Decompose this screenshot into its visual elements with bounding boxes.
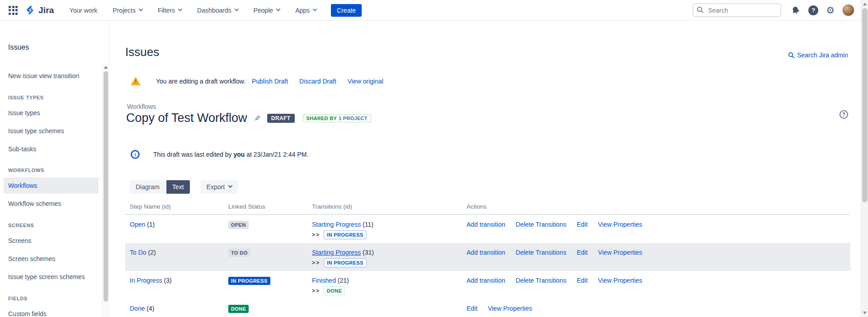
add-transition-link[interactable]: Add transition <box>467 221 505 239</box>
delete-transitions-link[interactable]: Delete Transitions <box>516 221 566 239</box>
table-row-open: Open (1) OPEN Starting Progress (11) >> … <box>125 215 850 243</box>
nav-apps[interactable]: Apps <box>295 7 316 14</box>
publish-draft-link[interactable]: Publish Draft <box>252 78 288 85</box>
view-properties-link[interactable]: View Properties <box>598 221 642 239</box>
sidebar-item-workflow-schemes[interactable]: Workflow schemes <box>4 196 99 212</box>
step-cell: Done (4) <box>125 299 224 317</box>
jira-logo[interactable]: Jira <box>24 5 54 16</box>
edit-link[interactable]: Edit <box>577 221 588 239</box>
edit-link[interactable]: Edit <box>467 305 477 315</box>
transition-link[interactable]: Starting Progress <box>312 221 361 228</box>
discard-draft-link[interactable]: Discard Draft <box>299 78 336 85</box>
edit-link[interactable]: Edit <box>577 277 588 295</box>
last-edited-timestamp: 23/Jan/21 2:44 PM. <box>254 151 308 158</box>
add-transition-link[interactable]: Add transition <box>467 249 505 267</box>
nav-projects[interactable]: Projects <box>113 7 142 14</box>
chevron-down-icon <box>228 183 233 188</box>
sidebar-item-sub-tasks[interactable]: Sub-tasks <box>4 141 99 157</box>
view-original-link[interactable]: View original <box>348 78 383 85</box>
navbar-right: ? ⚙ <box>693 3 854 17</box>
transitions-cell: Finished (21) >> DONE <box>307 271 462 299</box>
create-button[interactable]: Create <box>331 4 362 17</box>
tab-diagram[interactable]: Diagram <box>130 180 165 194</box>
delete-transitions-link[interactable]: Delete Transitions <box>516 249 566 267</box>
transition-arrow: >> <box>312 232 320 238</box>
col-actions: Actions <box>462 203 850 210</box>
search-icon <box>788 52 795 59</box>
delete-transitions-link[interactable]: Delete Transitions <box>516 277 566 295</box>
view-mode-tabs: Diagram Text Export <box>130 180 238 194</box>
search-icon <box>697 6 704 14</box>
transition-link[interactable]: Starting Progress <box>312 249 361 256</box>
table-row-in-progress: In Progress (3) IN PROGRESS Finished (21… <box>125 271 850 299</box>
sidebar-item-new-issue-view-transition[interactable]: New issue view transition <box>4 68 99 84</box>
sidebar-item-screens[interactable]: Screens <box>4 233 99 249</box>
export-button[interactable]: Export <box>201 180 238 194</box>
transitions-cell: Starting Progress (11) >> IN PROGRESS <box>307 215 462 243</box>
workflow-title: Copy of Test Workflow <box>126 111 247 125</box>
target-status-lozenge: IN PROGRESS <box>324 230 367 239</box>
sidebar-item-issue-type-screen-schemes[interactable]: Issue type screen schemes <box>4 269 99 285</box>
chevron-down-icon <box>313 7 317 11</box>
draft-warning-text: You are editing a draft workflow. <box>156 78 245 85</box>
view-properties-link[interactable]: View Properties <box>598 249 642 267</box>
workflow-steps-table: Step Name (id) Linked Status Transitions… <box>125 203 850 317</box>
chevron-down-icon <box>178 7 183 11</box>
step-link[interactable]: To Do <box>130 249 146 256</box>
admin-sidebar: Issues New issue view transition ISSUE T… <box>0 21 109 317</box>
add-transition-link[interactable]: Add transition <box>467 277 505 295</box>
transition-link[interactable]: Finished <box>312 277 336 284</box>
sidebar-scrollbar[interactable] <box>102 63 108 317</box>
window-scrollbar[interactable] <box>861 0 868 317</box>
search-jira-admin-link[interactable]: Search Jira admin <box>788 51 848 59</box>
transitions-cell: Starting Progress (31) >> IN PROGRESS <box>307 243 462 271</box>
sidebar-scrollbar-thumb[interactable] <box>104 71 108 302</box>
sidebar-section-issue-types: ISSUE TYPES <box>8 94 44 101</box>
shared-badge[interactable]: SHARED BY1 PROJECT <box>303 114 371 122</box>
step-link[interactable]: In Progress <box>130 277 162 284</box>
view-properties-link[interactable]: View Properties <box>598 277 642 295</box>
step-link[interactable]: Open <box>130 221 145 228</box>
sidebar-item-issue-type-schemes[interactable]: Issue type schemes <box>4 123 99 139</box>
step-link[interactable]: Done <box>130 305 145 312</box>
transitions-cell <box>307 299 462 317</box>
pencil-icon[interactable]: ✎ <box>252 115 261 121</box>
view-properties-link[interactable]: View Properties <box>488 305 532 315</box>
nav-people[interactable]: People <box>254 7 280 14</box>
page-title: Issues <box>125 45 159 59</box>
actions-cell: Add transition Delete Transitions Edit V… <box>462 271 850 299</box>
scroll-up-arrow-icon[interactable] <box>863 3 867 5</box>
transition-arrow: >> <box>312 260 320 266</box>
edit-link[interactable]: Edit <box>577 249 588 267</box>
logo-text: Jira <box>38 5 54 15</box>
sidebar-section-fields: FIELDS <box>8 295 28 302</box>
col-linked-status: Linked Status <box>224 203 307 210</box>
chevron-down-icon <box>138 7 143 11</box>
target-status-lozenge: IN PROGRESS <box>324 258 367 267</box>
nav-filters[interactable]: Filters <box>158 7 182 14</box>
nav-dashboards[interactable]: Dashboards <box>197 7 238 14</box>
actions-cell: Edit View Properties <box>462 299 850 317</box>
tab-text[interactable]: Text <box>166 180 190 194</box>
table-row-done: Done (4) DONE Edit View Properties <box>125 299 850 317</box>
help-circle-icon[interactable]: ? <box>840 110 848 119</box>
chevron-down-icon <box>234 7 239 11</box>
window-scrollbar-thumb[interactable] <box>862 8 868 202</box>
gear-icon[interactable]: ⚙ <box>826 5 835 15</box>
sidebar-item-workflows[interactable]: Workflows <box>4 177 99 194</box>
status-cell: OPEN <box>224 215 307 243</box>
scroll-up-arrow-icon[interactable] <box>104 66 108 69</box>
bell-icon[interactable] <box>791 5 801 15</box>
sidebar-item-custom-fields[interactable]: Custom fields <box>4 306 99 317</box>
table-header-row: Step Name (id) Linked Status Transitions… <box>125 203 850 215</box>
draft-badge: DRAFT <box>267 114 295 123</box>
nav-your-work[interactable]: Your work <box>70 7 98 14</box>
scroll-down-arrow-icon[interactable] <box>863 312 867 314</box>
search-input[interactable] <box>693 3 781 17</box>
sidebar-item-screen-schemes[interactable]: Screen schemes <box>4 251 99 267</box>
help-icon[interactable]: ? <box>808 5 818 15</box>
draft-warning-banner: ! You are editing a draft workflow. Publ… <box>131 77 383 86</box>
avatar[interactable] <box>842 4 854 16</box>
app-switcher-grid-icon[interactable] <box>8 5 18 15</box>
sidebar-item-issue-types[interactable]: Issue types <box>4 105 99 121</box>
